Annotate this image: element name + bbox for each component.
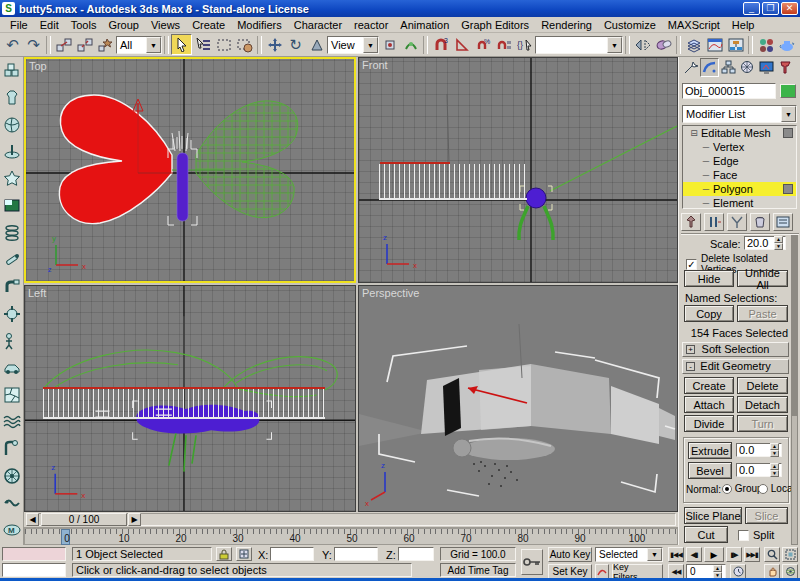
make-unique-button[interactable] (727, 213, 747, 231)
butterfly-body[interactable] (177, 153, 188, 221)
bevel-button[interactable]: Bevel (688, 462, 732, 479)
stack-item-face[interactable]: ─Face (683, 168, 796, 182)
pin-stack-button[interactable] (681, 213, 701, 231)
select-and-move-button[interactable] (264, 34, 285, 55)
add-time-tag[interactable]: Add Time Tag (440, 563, 516, 577)
modifier-list-dropdown[interactable]: Modifier List▼ (682, 105, 797, 123)
reactor-water-button[interactable] (1, 408, 23, 435)
curve-editor-button[interactable] (704, 34, 725, 55)
percent-snap-toggle-button[interactable]: % (472, 34, 493, 55)
go-to-end-button[interactable]: ▶▶▮ (744, 547, 760, 562)
current-frame-field[interactable]: ▲▼ (686, 564, 726, 579)
tab-display[interactable] (757, 58, 776, 77)
use-pivot-point-button[interactable] (379, 34, 400, 55)
unlink-selection-button[interactable] (74, 34, 95, 55)
tab-motion[interactable] (738, 58, 757, 77)
z-input[interactable] (402, 549, 430, 560)
spinner-snap-toggle-button[interactable] (493, 34, 514, 55)
go-to-start-button[interactable]: ▮◀◀ (668, 547, 684, 562)
render-scene-button[interactable] (776, 34, 797, 55)
next-frame-arrow[interactable]: ▶ (128, 513, 141, 526)
checkbox-checked-icon[interactable]: ✓ (686, 259, 697, 270)
paste-button[interactable]: Paste (737, 305, 788, 322)
undo-button[interactable]: ↶ (2, 34, 23, 55)
stack-root-editable-mesh[interactable]: ⊟Editable Mesh (683, 126, 796, 140)
angle-snap-toggle-button[interactable] (451, 34, 472, 55)
key-mode-toggle-button[interactable]: ◀◀ (668, 564, 684, 579)
butterfly-body-front[interactable] (526, 188, 546, 208)
extrude-spinner[interactable]: ▲▼ (770, 443, 779, 457)
viewport-perspective[interactable]: Perspective (358, 285, 678, 512)
viewport-front-label[interactable]: Front (362, 59, 388, 71)
key-mode-dropdown[interactable]: Selected▼ (595, 547, 663, 562)
object-color-swatch[interactable] (780, 84, 796, 98)
align-button[interactable] (653, 34, 674, 55)
viewport-top-label[interactable]: Top (29, 60, 47, 72)
bevel-spinner[interactable]: ▲▼ (770, 463, 779, 477)
maxscript-listener-button[interactable]: M (1, 516, 23, 543)
normal-local-radio[interactable]: Local (758, 483, 792, 494)
redo-button[interactable]: ↷ (23, 34, 44, 55)
frame-spinner[interactable]: ▲▼ (713, 565, 722, 579)
select-and-manipulate-button[interactable] (400, 34, 421, 55)
play-button[interactable]: ▶ (704, 547, 724, 562)
reactor-wind-button[interactable] (1, 327, 23, 354)
object-name-input[interactable] (685, 85, 773, 97)
attach-button[interactable]: Attach (684, 396, 734, 413)
delete-button[interactable]: Delete (737, 377, 788, 394)
mirror-button[interactable] (632, 34, 653, 55)
material-editor-button[interactable] (755, 34, 776, 55)
select-and-link-button[interactable] (53, 34, 74, 55)
butterfly-body-shaded[interactable] (463, 438, 555, 460)
reactor-spring-button[interactable] (1, 219, 23, 246)
checkbox-icon[interactable] (738, 530, 749, 541)
detach-button[interactable]: Detach (737, 396, 788, 413)
y-transform-field[interactable] (334, 547, 378, 561)
viewport-left-label[interactable]: Left (28, 287, 46, 299)
reactor-toy-car-button[interactable] (1, 354, 23, 381)
previous-frame-arrow[interactable]: ◀ (26, 513, 39, 526)
viewport-front[interactable]: Front z x (358, 57, 678, 283)
menu-customize[interactable]: Customize (598, 18, 662, 32)
x-transform-field[interactable] (270, 547, 314, 561)
normal-group-radio[interactable]: Group (722, 483, 763, 494)
reactor-rigid-body-collection-button[interactable] (1, 57, 23, 84)
reactor-wheel-button[interactable] (1, 462, 23, 489)
slice-plane-button[interactable]: Slice Plane (684, 507, 742, 524)
reactor-rope-collection-button[interactable] (1, 138, 23, 165)
viewport-perspective-label[interactable]: Perspective (362, 287, 419, 299)
radio-icon[interactable] (758, 484, 768, 494)
butterfly-right-wing-wireframe[interactable] (196, 101, 298, 218)
show-end-result-button[interactable] (704, 213, 724, 231)
tab-modify[interactable] (700, 58, 719, 77)
edit-named-selection-sets-button[interactable]: {} (514, 34, 535, 55)
y-input[interactable] (338, 549, 374, 560)
menu-group[interactable]: Group (102, 18, 145, 32)
auto-key-button[interactable]: Auto Key (548, 547, 592, 562)
viewport-top[interactable]: Top y x (24, 57, 356, 283)
menu-help[interactable]: Help (726, 18, 761, 32)
bevel-field[interactable]: ▲▼ (736, 463, 782, 477)
time-configuration-button[interactable] (730, 564, 746, 579)
select-and-rotate-button[interactable]: ↻ (285, 34, 306, 55)
named-selection-sets-dropdown[interactable]: ▼ (535, 36, 623, 54)
maxscript-mini-listener-pink[interactable] (2, 547, 66, 561)
stack-swatch[interactable] (783, 184, 793, 194)
extrude-button[interactable]: Extrude (688, 442, 732, 459)
menu-animation[interactable]: Animation (394, 18, 455, 32)
unhide-all-button[interactable]: Unhide All (737, 270, 788, 287)
schematic-view-button[interactable] (725, 34, 746, 55)
selection-filter-dropdown[interactable]: All▼ (116, 36, 162, 54)
reactor-fracture-button[interactable] (1, 381, 23, 408)
bevel-input[interactable] (739, 464, 770, 476)
stack-item-edge[interactable]: ─Edge (683, 154, 796, 168)
scale-spinner[interactable]: ▲▼ (774, 236, 783, 250)
reactor-deforming-mesh-button[interactable] (1, 165, 23, 192)
slice-button[interactable]: Slice (745, 507, 788, 524)
split-checkbox-row[interactable]: Split (738, 529, 774, 541)
menu-maxscript[interactable]: MAXScript (662, 18, 726, 32)
reactor-motor-button[interactable] (1, 300, 23, 327)
menu-graph-editors[interactable]: Graph Editors (455, 18, 535, 32)
stack-swatch[interactable] (783, 128, 793, 138)
stack-item-polygon-selected[interactable]: ─Polygon (683, 182, 796, 196)
